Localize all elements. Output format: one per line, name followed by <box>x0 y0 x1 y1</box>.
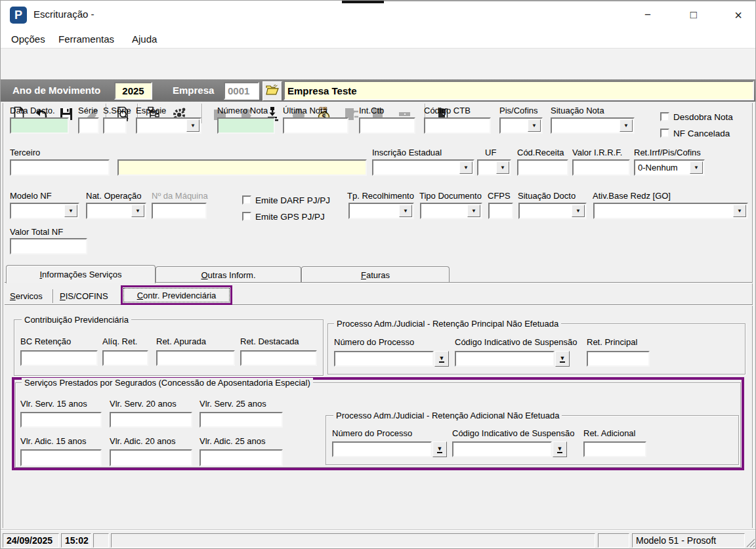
status-time: 15:02 <box>61 533 91 548</box>
company-code-input[interactable] <box>224 82 259 100</box>
ret-principal-input[interactable] <box>587 351 650 367</box>
emite-gps-checkbox[interactable] <box>242 212 251 221</box>
ultima-nota-label: Última Nota <box>283 106 327 115</box>
ret-irrf-select[interactable]: 0-Nenhum ▼ <box>634 159 705 176</box>
ret-irrf-label: Ret.Irrf/Pis/Cofins <box>634 148 701 157</box>
desdobra-nota-checkbox[interactable] <box>660 112 669 121</box>
emite-darf-checkbox[interactable] <box>242 195 251 205</box>
nat-operacao-select[interactable]: ▼ <box>86 203 146 219</box>
situacao-nota-label: Situação Nota <box>551 106 604 115</box>
pis-cofins-label: Pis/Cofins <box>499 106 538 115</box>
app-logo-icon: P <box>10 7 27 24</box>
tab-informacoes-servicos[interactable]: Informações Serviços <box>6 265 156 283</box>
window-top-edge <box>384 1 756 1</box>
aliq-ret-input[interactable] <box>102 350 148 366</box>
subtab-pis-cofins[interactable]: PIS/COFINS <box>56 288 112 304</box>
modelo-nf-label: Modelo NF <box>10 191 52 201</box>
subtab-contr-previdenciaria-highlighted[interactable]: Contr. Previdenciária <box>121 285 232 305</box>
subtab-servicos[interactable]: Servicos <box>6 288 47 304</box>
ret-principal-label: Ret. Principal <box>587 337 637 347</box>
s-serie-input[interactable] <box>103 117 127 134</box>
maximize-button[interactable]: □ <box>679 5 709 26</box>
int-ctb-input[interactable] <box>359 117 415 134</box>
numero-nota-input[interactable] <box>217 117 275 134</box>
cfps-input[interactable] <box>488 203 513 219</box>
especie-select[interactable]: ▼ <box>136 117 201 134</box>
codigo-suspensao-principal-input[interactable] <box>455 351 555 367</box>
dropdown-arrow-icon[interactable]: ▼ <box>459 161 472 174</box>
inscricao-estadual-select[interactable]: ▼ <box>372 159 474 176</box>
menu-ajuda[interactable]: Ajuda <box>129 32 159 46</box>
ret-destacada-input[interactable] <box>240 350 317 366</box>
year-input[interactable] <box>114 82 152 100</box>
toolbar: CIB$ <box>1 49 755 79</box>
dropdown-arrow-icon[interactable]: ▼ <box>620 119 633 132</box>
nf-cancelada-checkbox[interactable] <box>660 129 669 138</box>
dropdown-arrow-icon[interactable]: ▼ <box>733 205 746 217</box>
minimize-button[interactable]: − <box>633 5 663 26</box>
numero-processo-principal-dropdown-button[interactable]: ▼ <box>434 351 449 367</box>
codigo-ctb-input[interactable] <box>424 117 491 134</box>
dropdown-arrow-icon[interactable]: ▼ <box>572 205 585 217</box>
uf-label: UF <box>485 148 496 157</box>
menu-opcoes[interactable]: Opções <box>9 32 48 46</box>
dropdown-arrow-icon[interactable]: ▼ <box>528 119 541 132</box>
group-processo-principal <box>327 323 746 375</box>
tab-faturas[interactable]: Faturas <box>301 266 450 283</box>
status-cell-small <box>93 533 109 548</box>
numero-processo-principal-input[interactable] <box>334 351 434 367</box>
window-title: Escrituração - <box>33 9 94 20</box>
codigo-suspensao-principal-label: Código Indicativo de Suspensão <box>455 337 577 347</box>
ret-apurada-input[interactable] <box>156 350 235 366</box>
cod-receita-input[interactable] <box>517 159 568 176</box>
serie-input[interactable] <box>78 117 99 134</box>
dropdown-arrow-icon[interactable]: ▼ <box>690 161 703 174</box>
valor-total-nf-input[interactable] <box>10 238 87 254</box>
ret-apurada-label: Ret. Apurada <box>156 336 206 346</box>
close-button[interactable]: × <box>723 5 753 26</box>
group-contribuicao-title: Contribuição Previdenciária <box>22 315 131 325</box>
nat-operacao-label: Nat. Operação <box>86 191 142 201</box>
ultima-nota-input[interactable] <box>283 117 348 134</box>
resize-grip[interactable] <box>746 539 755 549</box>
company-header-bar: Ano de Movimento Empresa <box>1 79 755 102</box>
dropdown-arrow-icon[interactable]: ▼ <box>64 205 77 217</box>
uf-select[interactable]: ▼ <box>477 159 511 176</box>
group-segurados-title: Serviços Prestados por Segurados (Conces… <box>22 378 313 388</box>
situacao-docto-label: Situação Docto <box>518 191 576 201</box>
status-cell-message <box>111 533 595 548</box>
data-docto-input[interactable] <box>10 117 69 134</box>
situacao-docto-select[interactable]: ▼ <box>518 203 587 219</box>
bc-retencao-input[interactable] <box>20 350 98 366</box>
company-label: Empresa <box>173 85 214 96</box>
dropdown-arrow-icon[interactable]: ▼ <box>186 119 200 132</box>
terceiro-codigo-input[interactable] <box>10 159 110 176</box>
codigo-suspensao-principal-dropdown-button[interactable]: ▼ <box>555 351 570 367</box>
tipo-documento-select[interactable]: ▼ <box>420 203 482 219</box>
panel-border-right <box>752 103 753 528</box>
s-serie-label: S.Série <box>103 106 131 115</box>
dropdown-arrow-icon[interactable]: ▼ <box>131 205 144 217</box>
tab-outras-inform[interactable]: Outras Inform. <box>156 266 301 283</box>
pis-cofins-select[interactable]: ▼ <box>499 117 543 134</box>
terceiro-label: Terceiro <box>10 148 40 157</box>
emite-darf-label: Emite DARF PJ/PJ <box>255 195 330 205</box>
dropdown-arrow-icon[interactable]: ▼ <box>496 161 509 174</box>
tp-recolhimento-select[interactable]: ▼ <box>348 203 414 219</box>
modelo-nf-select[interactable]: ▼ <box>10 203 79 219</box>
open-folder-icon <box>266 85 279 98</box>
ativ-base-redz-select[interactable]: ▼ <box>593 203 748 219</box>
dropdown-arrow-icon[interactable]: ▼ <box>399 205 412 217</box>
terceiro-nome-input[interactable] <box>117 159 367 176</box>
menu-ferramentas[interactable]: Ferramentas <box>56 32 117 46</box>
status-bar-divider <box>1 529 756 530</box>
open-company-button[interactable] <box>262 81 282 101</box>
company-name-field[interactable] <box>284 81 754 100</box>
tp-recolhimento-label: Tp. Recolhimento <box>347 191 414 201</box>
dropdown-arrow-icon[interactable]: ▼ <box>467 205 480 217</box>
subtab-separator <box>52 289 53 303</box>
valor-irrf-input[interactable] <box>572 159 630 176</box>
situacao-nota-select[interactable]: ▼ <box>551 117 635 134</box>
application-window: P Escrituração - − □ × Opções Ferramenta… <box>0 0 756 549</box>
inscricao-estadual-label: Inscrição Estadual <box>372 148 442 157</box>
